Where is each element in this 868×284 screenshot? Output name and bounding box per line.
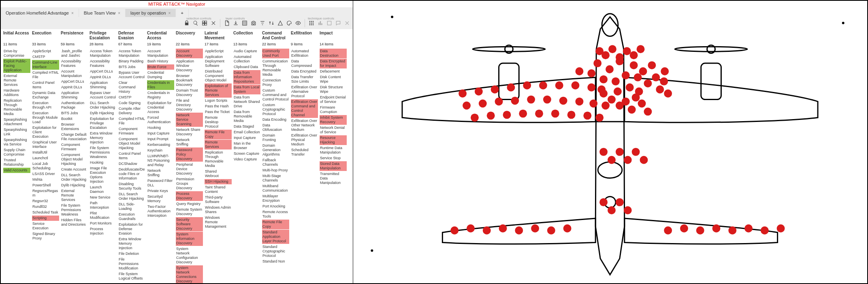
technique-cell[interactable]: Path Interception xyxy=(90,201,117,210)
color-setup-icon[interactable] xyxy=(276,19,284,27)
technique-cell[interactable]: Communication Through Removable Media xyxy=(262,59,289,77)
technique-cell[interactable]: Data Encrypted xyxy=(291,69,318,74)
technique-cell[interactable]: Data Transfer Size Limits xyxy=(291,75,318,84)
technique-cell[interactable]: Compiled HTML File xyxy=(32,70,59,80)
technique-cell[interactable]: LSASS Driver xyxy=(32,171,59,177)
technique-cell[interactable]: Clear Command History xyxy=(118,80,145,94)
technique-cell[interactable]: Remote Desktop Protocol xyxy=(205,115,232,129)
technique-cell[interactable]: Logon Scripts xyxy=(205,98,232,103)
technique-cell[interactable]: Trusted Relationship xyxy=(3,158,30,167)
technique-cell[interactable]: Exploit Public-Facing Application xyxy=(3,59,30,73)
technique-cell[interactable]: BITS Jobs xyxy=(118,64,145,70)
technique-cell[interactable]: Distributed Component Object Model xyxy=(205,69,232,83)
technique-cell[interactable]: Commonly Used Port xyxy=(262,49,289,58)
technique-cell[interactable]: Man in the Browser xyxy=(233,141,260,151)
technique-cell[interactable]: Keychain xyxy=(147,148,174,153)
technique-cell[interactable]: AppInit DLLs xyxy=(61,85,88,90)
technique-cell[interactable]: DLL Search Order Hijacking xyxy=(90,100,117,110)
close-icon[interactable]: × xyxy=(118,11,120,15)
technique-cell[interactable]: Kerberoasting xyxy=(147,142,174,147)
technique-cell[interactable]: Audio Capture xyxy=(233,49,260,54)
technique-cell[interactable]: Hardware Additions xyxy=(3,88,30,98)
technique-cell[interactable]: Credential Dumping xyxy=(147,70,174,80)
technique-cell[interactable]: Accessibility Features xyxy=(61,59,88,68)
technique-cell[interactable]: Data Encrypted for Impact xyxy=(320,59,347,68)
technique-cell[interactable]: Windows Remote Management xyxy=(205,215,232,229)
technique-cell[interactable]: Data from Information Repositories xyxy=(233,70,260,84)
technique-cell[interactable]: Multi-Stage Channels xyxy=(262,173,289,183)
tactic-header[interactable]: Privilege Escalation xyxy=(90,31,117,41)
tactic-header[interactable]: Impact xyxy=(320,31,347,41)
technique-cell[interactable]: Remote Services xyxy=(205,140,232,149)
technique-cell[interactable]: Brute Force xyxy=(147,64,174,70)
technique-cell[interactable]: Launchctl xyxy=(32,156,59,161)
technique-cell[interactable]: File Permissions Modification xyxy=(118,257,145,271)
technique-cell[interactable]: Deobfuscate/Decode Files or Information xyxy=(118,167,145,181)
technique-cell[interactable]: Service Stop xyxy=(320,156,347,161)
technique-cell[interactable]: Defacement xyxy=(320,69,347,74)
technique-cell[interactable]: Password Policy Discovery xyxy=(176,147,203,162)
palette-icon[interactable] xyxy=(285,19,293,27)
technique-cell[interactable]: Scripting xyxy=(32,216,59,221)
technique-cell[interactable]: Input Capture xyxy=(233,135,260,141)
technique-cell[interactable]: Port Monitors xyxy=(90,221,117,226)
technique-cell[interactable]: Launch Daemon xyxy=(90,185,117,194)
technique-cell[interactable]: Supply Chain Compromise xyxy=(3,147,30,157)
technique-cell[interactable]: File System Permissions Weakness xyxy=(90,145,117,160)
technique-cell[interactable]: Process Injection xyxy=(90,226,117,236)
technique-cell[interactable]: Account Discovery xyxy=(176,49,203,58)
technique-cell[interactable]: Component Firmware xyxy=(61,142,88,152)
technique-cell[interactable]: Rundll32 xyxy=(32,204,59,209)
technique-cell[interactable]: Multi-hop Proxy xyxy=(262,168,289,173)
technique-cell[interactable]: External Remote Services xyxy=(3,73,30,88)
comment-icon[interactable] xyxy=(334,19,342,27)
technique-cell[interactable]: Process Discovery xyxy=(176,191,203,201)
technique-cell[interactable]: Custom Command and Control Protocol xyxy=(262,88,289,102)
technique-cell[interactable]: Spearphishing Attachment xyxy=(3,117,30,127)
technique-cell[interactable]: Network Denial of Service xyxy=(320,125,347,135)
technique-cell[interactable]: Spearphishing via Service xyxy=(3,137,30,147)
technique-cell[interactable]: Bootkit xyxy=(61,116,88,122)
close-icon[interactable]: × xyxy=(168,11,171,15)
technique-cell[interactable]: Compiled HTML File xyxy=(118,116,145,126)
technique-cell[interactable]: Binary Padding xyxy=(118,59,145,64)
technique-cell[interactable]: Exfiltration Over Other Network Medium xyxy=(291,118,318,132)
technique-cell[interactable]: Local Job Scheduling xyxy=(32,161,59,171)
technique-cell[interactable]: Remote Access Tools xyxy=(262,209,289,219)
technique-cell[interactable]: Shared Webroot xyxy=(205,169,232,179)
technique-cell[interactable]: AppInit DLLs xyxy=(90,75,117,80)
technique-cell[interactable]: Authentication Package xyxy=(61,100,88,110)
technique-cell[interactable]: Application Shimming xyxy=(90,80,117,90)
technique-cell[interactable]: AppCert DLLs xyxy=(61,79,88,84)
technique-cell[interactable]: Exploitation for Defense Evasion xyxy=(118,222,145,236)
technique-cell[interactable]: Image File Execution Options Injection xyxy=(90,166,117,184)
technique-cell[interactable]: Pass the Hash xyxy=(205,104,232,109)
tactic-header[interactable]: Collection xyxy=(233,31,260,41)
technique-cell[interactable]: Two-Factor Authentication Interception xyxy=(147,204,174,218)
technique-cell[interactable]: BITS Jobs xyxy=(61,111,88,116)
technique-cell[interactable]: Application Shimming xyxy=(61,90,88,100)
technique-cell[interactable]: Scheduled Transfer xyxy=(291,147,318,157)
technique-cell[interactable]: DLL Search Order Hijacking xyxy=(118,192,145,201)
technique-cell[interactable]: Application Window Discovery xyxy=(176,59,203,73)
technique-cell[interactable]: Input Capture xyxy=(147,131,174,136)
technique-cell[interactable]: Resource Hijacking xyxy=(320,135,347,145)
close-icon[interactable]: × xyxy=(71,11,74,15)
tactic-header[interactable]: Discovery xyxy=(176,31,203,41)
technique-cell[interactable]: Scheduled Task xyxy=(32,210,59,215)
technique-cell[interactable]: AppleScript xyxy=(205,49,232,54)
tab-2[interactable]: layer by operation× xyxy=(126,9,176,17)
technique-cell[interactable]: Standard Cryptographic Protocol xyxy=(262,244,289,258)
technique-cell[interactable]: Disabling Security Tools xyxy=(118,182,145,191)
tactic-header[interactable]: Lateral Movement xyxy=(205,31,232,41)
technique-cell[interactable]: Stored Data Manipulation xyxy=(320,161,347,171)
matrix-config-icon[interactable] xyxy=(307,19,316,27)
technique-cell[interactable]: Replication Through Removable Media xyxy=(3,98,30,117)
technique-cell[interactable]: Compile After Delivery xyxy=(118,106,145,116)
technique-cell[interactable]: Exfiltration Over Physical Medium xyxy=(291,133,318,147)
technique-cell[interactable]: Hidden Files and Directories xyxy=(61,218,88,227)
technique-cell[interactable]: Control Panel Items xyxy=(118,151,145,161)
technique-cell[interactable]: Network Sniffing xyxy=(176,137,203,147)
technique-cell[interactable]: Regsvr32 xyxy=(32,199,59,204)
tactic-header[interactable]: Command And Control xyxy=(262,31,289,41)
